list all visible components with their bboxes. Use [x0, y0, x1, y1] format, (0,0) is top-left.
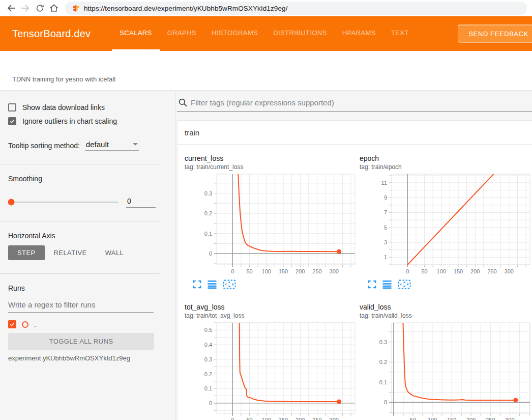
home-icon[interactable]	[47, 2, 61, 15]
run-color-circle-icon	[22, 321, 28, 328]
svg-text:150: 150	[454, 268, 463, 274]
svg-text:11: 11	[381, 180, 387, 186]
chart-canvas[interactable]: 0501001502002503001357911	[360, 172, 530, 276]
experiment-title: TDNN training for yesno with icefall	[12, 75, 115, 83]
horizontal-axis-label: Horizontal Axis	[8, 232, 167, 240]
axis-button-wall[interactable]: WALL	[96, 245, 133, 260]
tooltip-sorting-value: default	[86, 140, 109, 149]
scalars-dashboard: train current_loss tag: train/current_lo…	[175, 91, 532, 420]
browser-toolbar: https://tensorboard.dev/experiment/yKUbh…	[0, 0, 532, 16]
svg-text:0.3: 0.3	[204, 356, 212, 362]
run-row[interactable]: .	[8, 320, 167, 328]
svg-text:0.3: 0.3	[204, 190, 212, 197]
reload-icon[interactable]	[33, 2, 47, 15]
app-header: TensorBoard.dev SCALARSGRAPHSHISTOGRAMSD…	[0, 16, 532, 51]
svg-text:0.5: 0.5	[204, 327, 212, 333]
svg-text:250: 250	[312, 268, 321, 274]
chart-title: tot_avg_loss	[185, 303, 356, 311]
tab-text[interactable]: TEXT	[383, 16, 417, 51]
svg-text:100: 100	[437, 268, 446, 274]
nav-tabs: SCALARSGRAPHSHISTOGRAMSDISTRIBUTIONSHPAR…	[112, 16, 417, 51]
svg-text:250: 250	[486, 417, 495, 420]
svg-text:200: 200	[295, 417, 305, 420]
tensorboard-favicon-icon	[72, 5, 80, 12]
chart-title: valid_loss	[360, 303, 530, 311]
svg-text:0.2: 0.2	[204, 210, 212, 216]
chart-canvas[interactable]: 05010015020025030000.10.20.3	[185, 172, 356, 276]
app-title: TensorBoard.dev	[12, 28, 91, 40]
tab-histograms[interactable]: HISTOGRAMS	[204, 16, 265, 51]
chart-tag: tag: train/valid_loss	[360, 312, 530, 319]
ignore-outliers-checkbox-row[interactable]: Ignore outliers in chart scaling	[8, 117, 167, 125]
svg-text:9: 9	[384, 194, 387, 201]
svg-text:150: 150	[279, 268, 288, 274]
show-download-links-checkbox-row[interactable]: Show data download links	[8, 103, 167, 111]
back-icon[interactable]	[4, 2, 18, 15]
smoothing-value-input[interactable]	[126, 196, 156, 208]
svg-text:250: 250	[487, 268, 496, 274]
tab-hparams[interactable]: HPARAMS	[335, 16, 383, 51]
svg-text:0.1: 0.1	[204, 385, 212, 391]
chart-tag: tag: train/tot_avg_loss	[185, 312, 356, 319]
checkbox-unchecked-icon[interactable]	[8, 103, 16, 111]
svg-text:50: 50	[246, 268, 252, 274]
svg-text:0: 0	[384, 399, 387, 405]
show-download-links-label: Show data download links	[22, 103, 105, 111]
forward-icon[interactable]	[18, 2, 33, 15]
svg-text:50: 50	[246, 417, 252, 420]
svg-text:0.2: 0.2	[379, 359, 387, 365]
svg-text:300: 300	[505, 268, 514, 274]
expand-chart-icon[interactable]	[193, 280, 201, 289]
chart-actions	[185, 277, 356, 291]
tag-group-header[interactable]: train	[178, 121, 532, 145]
svg-text:0: 0	[231, 417, 234, 420]
axis-button-step[interactable]: STEP	[8, 245, 45, 260]
fit-domain-icon[interactable]	[223, 279, 236, 289]
horizontal-axis-toggle: STEPRELATIVEWALL	[8, 245, 167, 260]
svg-text:200: 200	[470, 268, 480, 274]
filter-tags-input[interactable]	[191, 98, 532, 107]
runs-label: Runs	[8, 284, 167, 292]
address-bar[interactable]: https://tensorboard.dev/experiment/yKUbh…	[65, 2, 527, 15]
svg-text:1: 1	[384, 254, 387, 260]
chart-canvas[interactable]: 5010015020025030000.10.20.3	[360, 321, 530, 420]
experiment-id-label: experiment yKUbhb5wRmOSXYkId1z9eg	[8, 354, 167, 362]
chart-canvas[interactable]: 05010015020025030000.10.20.30.40.5	[185, 321, 356, 420]
log-scale-icon[interactable]	[208, 280, 217, 289]
tab-graphs[interactable]: GRAPHS	[160, 16, 204, 51]
log-scale-icon[interactable]	[382, 280, 392, 289]
svg-text:300: 300	[330, 417, 339, 420]
run-checkbox-checked-icon[interactable]	[8, 320, 16, 328]
expand-chart-icon[interactable]	[368, 280, 376, 289]
chart-title: epoch	[360, 154, 530, 162]
svg-text:200: 200	[295, 268, 305, 274]
axis-button-relative[interactable]: RELATIVE	[45, 245, 96, 260]
checkbox-checked-icon[interactable]	[8, 117, 16, 125]
tag-group-card: train current_loss tag: train/current_lo…	[177, 120, 532, 420]
search-icon	[178, 98, 188, 107]
divider	[0, 273, 160, 274]
smoothing-slider-thumb[interactable]	[8, 199, 15, 205]
svg-text:150: 150	[279, 417, 288, 420]
scalar-chart-card: tot_avg_loss tag: train/tot_avg_loss 050…	[185, 303, 356, 420]
runs-filter-input[interactable]	[8, 299, 154, 313]
fit-domain-icon[interactable]	[398, 279, 411, 289]
svg-text:0: 0	[209, 250, 212, 257]
ignore-outliers-label: Ignore outliers in chart scaling	[22, 117, 117, 125]
smoothing-slider[interactable]	[8, 202, 118, 203]
scalar-chart-card: valid_loss tag: train/valid_loss 5010015…	[360, 303, 530, 420]
svg-text:0.1: 0.1	[204, 231, 212, 237]
send-feedback-button[interactable]: SEND FEEDBACK	[458, 25, 532, 43]
tab-scalars[interactable]: SCALARS	[112, 16, 160, 51]
svg-text:0.4: 0.4	[204, 342, 212, 348]
tooltip-sorting-select[interactable]: default	[85, 140, 139, 151]
chart-actions	[360, 277, 530, 291]
charts-grid: current_loss tag: train/current_loss 050…	[178, 145, 532, 420]
experiment-subheader: TDNN training for yesno with icefall	[0, 51, 532, 91]
svg-text:50: 50	[421, 268, 427, 274]
tab-distributions[interactable]: DISTRIBUTIONS	[265, 16, 335, 51]
toggle-all-runs-button[interactable]: TOGGLE ALL RUNS	[8, 333, 154, 350]
svg-text:0.2: 0.2	[204, 371, 212, 377]
divider	[0, 221, 160, 221]
svg-text:100: 100	[428, 417, 437, 420]
